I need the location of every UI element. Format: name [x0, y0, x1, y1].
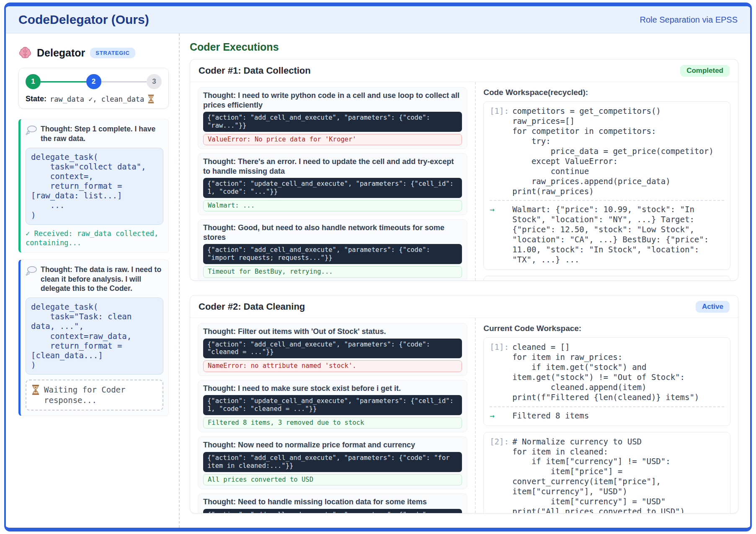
code-cell: [2]: # Normalize currency to USD for ite… — [490, 437, 724, 513]
action-json-code: {"action": "add_cell_and_execute", "para… — [203, 339, 462, 359]
brain-icon — [18, 46, 32, 59]
coder-step-clipped: Thought: Need to handle missing location… — [198, 493, 467, 513]
coder-step: Thought: I need to make sure stock exist… — [198, 380, 467, 433]
thought-text: Thought: The data is raw. I need to clea… — [41, 265, 163, 293]
delegator-panel: Delegator STRATEGIC 1 2 3 State: raw_dat… — [6, 33, 180, 528]
progress-stepper: 1 2 3 — [26, 74, 162, 89]
error-result: NameError: no attribute named 'stock'. — [203, 360, 462, 372]
state-row: State: raw_data ✓, clean_data — [26, 95, 162, 103]
page-title: CodeDelegator (Ours) — [18, 13, 149, 27]
coder-2-card: Coder #2: Data Cleaning Active Thought: … — [190, 295, 738, 513]
coder-2-body: Thought: Filter out items with 'Out of S… — [190, 318, 738, 513]
app-body: Delegator STRATEGIC 1 2 3 State: raw_dat… — [6, 33, 750, 528]
coder-1-workspace-column: Code Workspace(recycled): [1]: competito… — [475, 82, 738, 280]
coder-step: Thought: I need to write python code in … — [198, 87, 467, 149]
cell-output: Filtered 8 items — [512, 411, 724, 421]
action-json-code: {"action": "add_cell_and_execute", "para… — [203, 509, 462, 513]
thought-bubble-icon — [26, 265, 37, 277]
coder-1-body: Thought: I need to write python code in … — [190, 82, 738, 280]
thought-text: Thought: I need to make sure stock exist… — [203, 384, 462, 393]
coder-2-header: Coder #2: Data Cleaning Active — [190, 295, 738, 318]
state-label: State: — [26, 95, 46, 103]
thought-bubble-icon — [26, 124, 37, 137]
action-json-code: {"action": "add_cell_and_execute", "para… — [203, 112, 462, 132]
cell-index: [1]: — [490, 106, 510, 196]
coder-step: Thought: There's an error. I need to upd… — [198, 153, 467, 215]
workspace-cell-box: [2]: # Normalize currency to USD for ite… — [483, 432, 730, 513]
code-cell: [1]: competitors = get_competitors() raw… — [490, 106, 724, 196]
app-window: CodeDelegator (Ours) Role Separation via… — [4, 3, 752, 531]
delegator-title-row: Delegator STRATEGIC — [18, 46, 169, 59]
success-result: Filtered 8 items, 3 removed due to stock — [203, 417, 462, 429]
action-json-code: {"action": "add_cell_and_execute", "para… — [203, 452, 462, 472]
success-result: All prices converted to USD — [203, 474, 462, 485]
success-result: Walmart: ... — [203, 200, 462, 211]
coder-1-card: Coder #1: Data Collection Completed Thou… — [190, 59, 738, 281]
code-cell: [1]: cleaned = [] for item in raw_prices… — [490, 342, 724, 403]
step-1-done: 1 — [26, 74, 41, 89]
action-json-code: {"action": "update_cell_and_execute", "p… — [203, 395, 462, 415]
strategic-badge: STRATEGIC — [90, 48, 135, 58]
thought-row: Thought: The data is raw. I need to clea… — [26, 265, 163, 293]
coder-step: Thought: Filter out items with 'Out of S… — [198, 323, 467, 376]
state-stepper-card: 1 2 3 State: raw_data ✓, clean_data — [18, 68, 169, 109]
output-arrow-icon: → — [490, 205, 510, 265]
state-value: raw_data ✓, clean_data — [50, 95, 144, 103]
cell-code: # Normalize currency to USD for item in … — [512, 437, 724, 513]
step-connector-done — [41, 81, 86, 82]
received-result-text: ✓ Received: raw_data collected, containi… — [26, 229, 163, 247]
thought-text: Thought: I need to write python code in … — [203, 91, 462, 110]
workspace-next-cell-stub — [483, 276, 730, 281]
cell-output: Walmart: {"price": 10.99, "stock": "In S… — [512, 205, 724, 265]
coder-2-workspace-column: Current Code Workspace: [1]: cleaned = [… — [475, 318, 738, 513]
step-connector-pending — [101, 81, 147, 82]
coder-step: Thought: Now need to normalize price for… — [198, 436, 467, 489]
step-2-active: 2 — [86, 74, 101, 89]
workspace-cell-box: [1]: competitors = get_competitors() raw… — [483, 101, 730, 270]
workspace-cell-box: [1]: cleaned = [] for item in raw_prices… — [483, 337, 730, 426]
workspace-label: Code Workspace(recycled): — [483, 88, 730, 97]
success-result: Timeout for BestBuy, retrying... — [203, 266, 462, 277]
thought-text: Thought: Step 1 complete. I have the raw… — [41, 124, 163, 144]
hourglass-icon — [31, 385, 40, 395]
thought-row: Thought: Step 1 complete. I have the raw… — [26, 124, 163, 144]
cell-index: [2]: — [490, 437, 510, 513]
coder-2-thoughts-column: Thought: Filter out items with 'Out of S… — [190, 318, 475, 513]
cell-output-row: → Walmart: {"price": 10.99, "stock": "In… — [490, 200, 724, 265]
coder-executions-title: Coder Executions — [190, 41, 738, 53]
coder-1-header: Coder #1: Data Collection Completed — [190, 59, 738, 82]
waiting-text: Waiting for Coder response... — [44, 385, 157, 405]
coder-1-title: Coder #1: Data Collection — [199, 65, 311, 76]
delegator-title: Delegator — [37, 47, 85, 59]
waiting-for-coder-box: Waiting for Coder response... — [26, 380, 163, 410]
delegator-message-1: Thought: Step 1 complete. I have the raw… — [18, 119, 169, 253]
cell-code: competitors = get_competitors() raw_pric… — [512, 106, 724, 196]
thought-text: Thought: There's an error. I need to upd… — [203, 157, 462, 176]
cell-output-row: → Filtered 8 items — [490, 406, 724, 421]
workspace-label: Current Code Workspace: — [483, 324, 730, 333]
error-result: ValueError: No price data for 'Kroger' — [203, 134, 462, 145]
thought-text: Thought: Filter out items with 'Out of S… — [203, 327, 462, 336]
header-subtitle: Role Separation via EPSS — [640, 15, 738, 25]
delegate-task-code: delegate_task( task="collect data", cont… — [26, 148, 163, 225]
thought-text: Thought: Good, but need to also handle n… — [203, 223, 462, 242]
coder-2-title: Coder #2: Data Cleaning — [199, 301, 305, 312]
cell-code: cleaned = [] for item in raw_prices: if … — [512, 342, 724, 403]
delegator-message-2: Thought: The data is raw. I need to clea… — [18, 259, 169, 416]
coder-executions-panel: Coder Executions Coder #1: Data Collecti… — [180, 33, 750, 528]
completed-status-badge: Completed — [680, 65, 730, 77]
output-arrow-icon: → — [490, 411, 510, 421]
thought-text: Thought: Need to handle missing location… — [203, 497, 462, 507]
cell-index: [1]: — [490, 342, 510, 403]
step-3-pending: 3 — [147, 74, 162, 89]
active-status-badge: Active — [696, 301, 730, 313]
action-json-code: {"action": "add_cell_and_execute", "para… — [203, 244, 462, 264]
delegate-task-code: delegate_task( task="Task: clean data, .… — [26, 298, 163, 375]
action-json-code: {"action": "update_cell_and_execute", "p… — [203, 178, 462, 198]
app-header: CodeDelegator (Ours) Role Separation via… — [6, 6, 750, 33]
thought-text: Thought: Now need to normalize price for… — [203, 440, 462, 450]
coder-1-thoughts-column: Thought: I need to write python code in … — [190, 82, 475, 280]
coder-step: Thought: Good, but need to also handle n… — [198, 219, 467, 281]
hourglass-icon — [147, 95, 155, 103]
